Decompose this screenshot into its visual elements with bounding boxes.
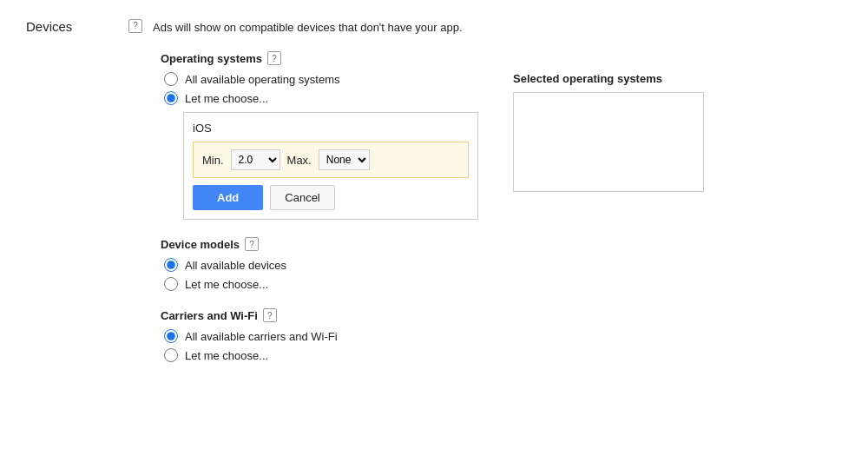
os-title: Operating systems <box>161 52 262 65</box>
device-models-title: Device models <box>161 238 240 251</box>
ios-name: iOS <box>193 122 469 135</box>
carriers-radio-all[interactable]: All available carriers and Wi-Fi <box>164 329 842 343</box>
os-radio-all-input[interactable] <box>164 72 178 86</box>
ios-btn-row: Add Cancel <box>193 185 469 210</box>
version-row: Min. 2.0 ▾ 1.0 2.0 3.0 4.0 Max. <box>193 142 469 178</box>
devices-choose-label: Let me choose... <box>185 278 268 291</box>
devices-radio-all[interactable]: All available devices <box>164 258 842 272</box>
device-models-section: Device models ? All available devices Le… <box>161 237 842 291</box>
device-models-radio-group: All available devices Let me choose... <box>164 258 842 291</box>
content-area: Operating systems ? All available operat… <box>26 51 842 362</box>
ios-box: iOS Min. 2.0 ▾ 1.0 2.0 3.0 4.0 <box>183 112 478 220</box>
ios-container: iOS Min. 2.0 ▾ 1.0 2.0 3.0 4.0 <box>183 112 478 220</box>
carriers-radio-choose[interactable]: Let me choose... <box>164 348 842 362</box>
page-wrapper: Devices ? Ads will show on compatible de… <box>0 0 868 397</box>
carriers-choose-label: Let me choose... <box>185 349 268 362</box>
carriers-title: Carriers and Wi-Fi <box>161 309 258 322</box>
devices-radio-all-input[interactable] <box>164 258 178 272</box>
devices-radio-choose[interactable]: Let me choose... <box>164 277 842 291</box>
min-version-select[interactable]: 2.0 ▾ 1.0 2.0 3.0 4.0 <box>231 149 280 170</box>
os-help-icon[interactable]: ? <box>267 51 281 65</box>
carriers-all-label: All available carriers and Wi-Fi <box>185 330 338 343</box>
devices-radio-choose-input[interactable] <box>164 277 178 291</box>
selected-os-box <box>513 92 704 192</box>
os-radio-group: All available operating systems Let me c… <box>164 72 478 105</box>
selected-os-label: Selected operating systems <box>513 72 704 85</box>
max-label: Max. <box>287 154 312 167</box>
carriers-radio-all-input[interactable] <box>164 329 178 343</box>
devices-help-icon[interactable]: ? <box>128 19 142 33</box>
os-choose-label: Let me choose... <box>185 92 268 105</box>
os-header: Operating systems ? <box>161 51 842 65</box>
min-label: Min. <box>202 154 224 167</box>
devices-top-row: Devices ? Ads will show on compatible de… <box>26 17 842 34</box>
devices-description: Ads will show on compatible devices that… <box>153 17 463 34</box>
os-all-label: All available operating systems <box>185 73 339 86</box>
os-radio-all[interactable]: All available operating systems <box>164 72 478 86</box>
carriers-radio-group: All available carriers and Wi-Fi Let me … <box>164 329 842 362</box>
os-radio-choose[interactable]: Let me choose... <box>164 91 478 105</box>
device-models-header: Device models ? <box>161 237 842 251</box>
max-version-select[interactable]: None 1.0 2.0 3.0 <box>319 149 370 170</box>
carriers-help-icon[interactable]: ? <box>263 308 277 322</box>
devices-all-label: All available devices <box>185 259 286 272</box>
device-models-help-icon[interactable]: ? <box>245 237 259 251</box>
os-left: All available operating systems Let me c… <box>161 72 478 220</box>
os-right: Selected operating systems <box>513 72 704 220</box>
operating-systems-section: Operating systems ? All available operat… <box>161 51 842 220</box>
add-button[interactable]: Add <box>193 185 263 210</box>
carriers-radio-choose-input[interactable] <box>164 348 178 362</box>
carriers-header: Carriers and Wi-Fi ? <box>161 308 842 322</box>
os-panel: All available operating systems Let me c… <box>161 72 842 220</box>
devices-label: Devices <box>26 17 122 34</box>
os-radio-choose-input[interactable] <box>164 91 178 105</box>
carriers-wifi-section: Carriers and Wi-Fi ? All available carri… <box>161 308 842 362</box>
cancel-button[interactable]: Cancel <box>270 185 334 210</box>
